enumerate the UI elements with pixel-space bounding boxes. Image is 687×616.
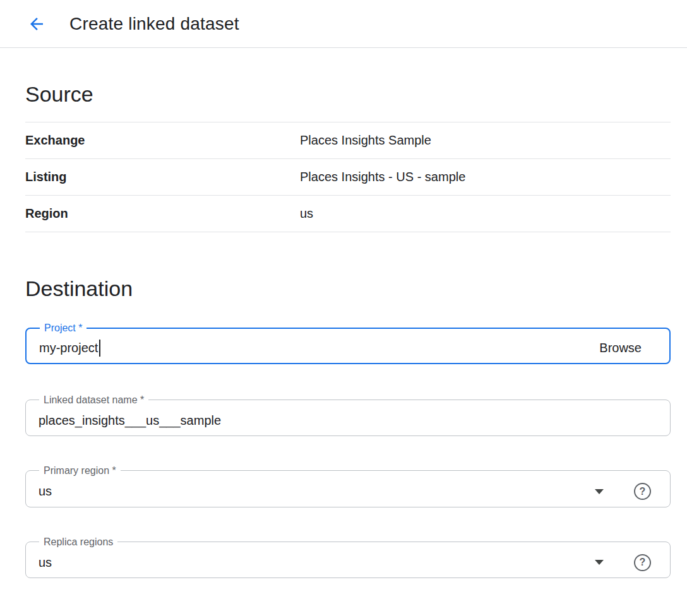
back-button[interactable] <box>21 9 52 39</box>
destination-heading: Destination <box>25 276 671 301</box>
header: Create linked dataset <box>0 0 687 48</box>
replica-regions-label: Replica regions <box>39 536 117 548</box>
browse-button[interactable]: Browse <box>599 341 657 355</box>
project-value: my-project <box>39 341 98 355</box>
page-title: Create linked dataset <box>69 14 239 34</box>
project-input[interactable]: my-project <box>39 340 100 357</box>
chevron-down-icon[interactable] <box>595 560 604 565</box>
primary-region-select[interactable]: Primary region * us ? <box>25 465 671 507</box>
source-table: Exchange Places Insights Sample Listing … <box>25 122 671 232</box>
source-heading: Source <box>25 82 671 107</box>
exchange-label: Exchange <box>25 133 300 148</box>
help-icon[interactable]: ? <box>634 483 651 500</box>
linked-dataset-name-value[interactable]: places_insights___us___sample <box>39 413 221 428</box>
table-row-listing: Listing Places Insights - US - sample <box>25 159 671 196</box>
replica-regions-value: us <box>39 555 52 570</box>
linked-dataset-name-field[interactable]: Linked dataset name * places_insights___… <box>25 394 671 437</box>
primary-region-label: Primary region * <box>39 465 121 477</box>
primary-region-value: us <box>39 484 52 499</box>
arrow-back-icon <box>27 15 46 33</box>
table-row-exchange: Exchange Places Insights Sample <box>25 122 671 159</box>
replica-regions-select[interactable]: Replica regions us ? <box>25 536 671 579</box>
text-cursor <box>99 340 100 357</box>
region-label: Region <box>25 206 300 221</box>
chevron-down-icon[interactable] <box>595 489 604 494</box>
main-content: Source Exchange Places Insights Sample L… <box>0 82 687 578</box>
listing-value: Places Insights - US - sample <box>300 170 465 184</box>
region-value: us <box>300 206 313 221</box>
help-icon[interactable]: ? <box>634 554 651 571</box>
linked-dataset-name-label: Linked dataset name * <box>39 394 148 406</box>
listing-label: Listing <box>25 170 300 184</box>
exchange-value: Places Insights Sample <box>300 133 431 148</box>
project-field-label: Project * <box>40 323 87 334</box>
project-field[interactable]: Project * my-project Browse <box>25 323 671 364</box>
table-row-region: Region us <box>25 196 671 232</box>
